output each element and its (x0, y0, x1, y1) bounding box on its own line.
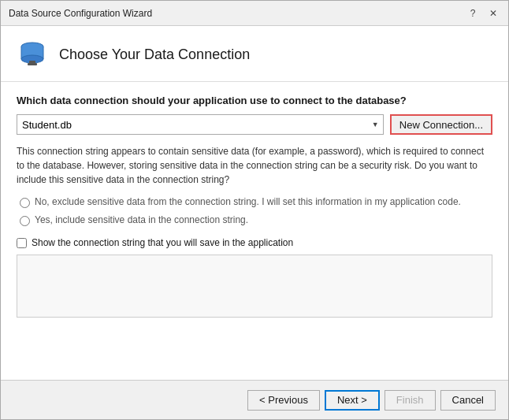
title-bar-left: Data Source Configuration Wizard (9, 8, 152, 19)
radio-yes[interactable] (20, 216, 30, 226)
question-label: Which data connection should your applic… (17, 95, 492, 106)
footer: < Previous Next > Finish Cancel (1, 380, 508, 419)
next-button[interactable]: Next > (325, 390, 380, 411)
connection-select-wrapper: Student.db ▼ (17, 114, 384, 135)
checkbox-label: Show the connection string that you will… (32, 237, 293, 248)
radio-yes-label: Yes, include sensitive data in the conne… (35, 214, 248, 225)
connection-string-box (17, 255, 492, 318)
content-area: Which data connection should your applic… (1, 82, 508, 380)
title-bar-icons: ? ✕ (466, 6, 500, 20)
help-button[interactable]: ? (466, 6, 480, 20)
checkbox-row[interactable]: Show the connection string that you will… (17, 237, 492, 248)
radio-no[interactable] (20, 198, 30, 208)
previous-button[interactable]: < Previous (247, 390, 320, 411)
connection-row: Student.db ▼ New Connection... (17, 114, 492, 135)
finish-button[interactable]: Finish (385, 390, 436, 411)
header-section: Choose Your Data Connection (1, 26, 508, 82)
radio-group: No, exclude sensitive data from the conn… (17, 196, 492, 226)
header-title: Choose Your Data Connection (59, 46, 250, 63)
dialog-window: Data Source Configuration Wizard ? ✕ Cho… (0, 0, 509, 420)
connection-select[interactable]: Student.db (17, 114, 384, 135)
cancel-button[interactable]: Cancel (440, 390, 496, 411)
radio-item-yes[interactable]: Yes, include sensitive data in the conne… (20, 214, 492, 226)
new-connection-button[interactable]: New Connection... (390, 114, 492, 135)
radio-item-no[interactable]: No, exclude sensitive data from the conn… (20, 196, 492, 208)
description-text: This connection string appears to contai… (17, 144, 492, 187)
svg-rect-6 (28, 63, 37, 65)
show-connection-string-checkbox[interactable] (17, 238, 27, 248)
title-bar: Data Source Configuration Wizard ? ✕ (1, 1, 508, 26)
database-icon (17, 39, 48, 70)
title-bar-title: Data Source Configuration Wizard (9, 8, 152, 19)
radio-no-label: No, exclude sensitive data from the conn… (35, 196, 461, 207)
close-button[interactable]: ✕ (486, 6, 500, 20)
